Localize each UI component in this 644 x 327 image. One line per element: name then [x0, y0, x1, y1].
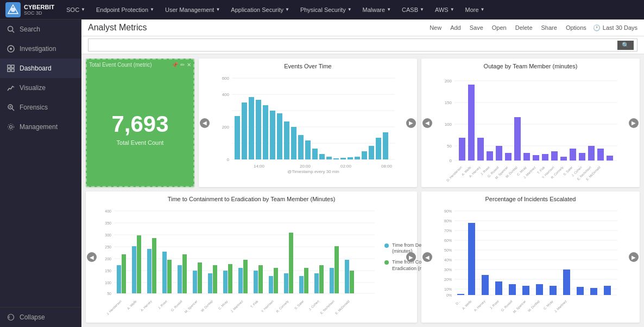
nav-more[interactable]: More ▼	[461, 4, 489, 15]
incidents-chart-svg: 90% 80% 70% 60% 50% 40% 30% 20% 10% 0%	[433, 206, 628, 309]
svg-rect-139	[314, 273, 319, 293]
svg-rect-125	[208, 273, 212, 293]
new-button[interactable]: New	[427, 23, 444, 32]
svg-rect-32	[270, 111, 275, 159]
svg-rect-78	[588, 146, 595, 161]
delete-button[interactable]: Delete	[513, 23, 535, 32]
collapse-button[interactable]: Collapse	[0, 307, 81, 327]
svg-rect-192	[604, 286, 611, 295]
svg-rect-29	[249, 97, 254, 159]
svg-text:A. Harvey: A. Harvey	[473, 299, 486, 312]
metric-value: 7,693	[111, 111, 168, 137]
svg-rect-186	[522, 286, 529, 295]
sidebar-item-management[interactable]: Management	[0, 117, 81, 137]
svg-rect-74	[551, 151, 558, 161]
svg-rect-144	[350, 271, 354, 293]
svg-text:20:00: 20:00	[300, 164, 311, 169]
svg-text:150: 150	[105, 269, 111, 273]
svg-text:14:00: 14:00	[254, 164, 265, 169]
share-button[interactable]: Share	[539, 23, 559, 32]
svg-rect-30	[256, 100, 261, 159]
outage-chart-svg: 200 150 100 50 0	[433, 73, 628, 173]
incidents-nav-right[interactable]: ▶	[629, 252, 639, 262]
sidebar-item-forensics[interactable]: Forensics	[0, 98, 81, 117]
svg-text:02:00: 02:00	[340, 164, 352, 169]
top-navigation: CYBERBIT SOC 3D SOC ▼ Endpoint Protectio…	[0, 0, 644, 20]
containment-nav-left[interactable]: ◀	[87, 252, 97, 262]
svg-rect-37	[305, 140, 311, 159]
incidents-nav-left[interactable]: ◀	[422, 252, 432, 262]
dashboard-grid: Total Event Count (metric) 📌 ✏ ✕ 7,693 T…	[81, 54, 644, 327]
svg-rect-44	[355, 157, 360, 159]
svg-rect-188	[550, 286, 557, 295]
nav-user-mgmt[interactable]: User Management ▼	[161, 4, 224, 15]
containment-chart-svg: 400 350 300 250 200 150 100 50	[98, 206, 380, 309]
svg-rect-140	[319, 265, 324, 293]
svg-text:50: 50	[107, 292, 111, 296]
time-range[interactable]: 🕐 Last 30 Days	[593, 24, 637, 31]
sidebar-item-investigation[interactable]: Investigation	[0, 39, 81, 59]
nav-malware[interactable]: Malware ▼	[358, 4, 396, 15]
svg-rect-9	[11, 69, 14, 72]
svg-text:E. Nicholson: E. Nicholson	[320, 299, 335, 315]
open-button[interactable]: Open	[490, 23, 509, 32]
time-range-label: Last 30 Days	[603, 24, 637, 31]
svg-text:W. Dunlap: W. Dunlap	[527, 299, 540, 312]
metric-ctrl-close[interactable]: ✕	[187, 62, 191, 68]
svg-rect-38	[312, 149, 318, 159]
metric-widget: Total Event Count (metric) 📌 ✏ ✕ 7,693 T…	[86, 59, 194, 187]
svg-text:0: 0	[450, 158, 452, 163]
sidebar-item-dashboard[interactable]: Dashboard	[0, 59, 81, 78]
logo: CYBERBIT SOC 3D	[5, 2, 54, 17]
events-over-time-widget: ◀ ▶ Events Over Time 600 400 200 0	[199, 59, 417, 187]
svg-rect-132	[258, 265, 263, 293]
svg-text:J. Martinez: J. Martinez	[230, 299, 244, 313]
svg-rect-66	[477, 138, 484, 161]
svg-text:D. Henderson: D. Henderson	[446, 165, 462, 182]
events-nav-left[interactable]: ◀	[200, 118, 210, 128]
svg-rect-143	[345, 260, 349, 293]
svg-text:400: 400	[222, 92, 230, 97]
nav-app-sec[interactable]: Application Security ▼	[226, 4, 294, 15]
svg-text:250: 250	[105, 245, 111, 249]
search-icon	[7, 25, 15, 34]
events-nav-right[interactable]: ▶	[406, 118, 416, 128]
svg-text:50: 50	[447, 144, 452, 149]
sidebar-item-search[interactable]: Search	[0, 20, 81, 39]
outage-nav-left[interactable]: ◀	[422, 118, 432, 128]
svg-rect-120	[167, 260, 172, 293]
svg-rect-129	[238, 268, 243, 293]
content-area: Analyst Metrics New Add Save Open Delete…	[81, 20, 644, 327]
svg-rect-42	[340, 158, 346, 159]
sidebar: Search Investigation Dashboard Visualize…	[0, 20, 81, 327]
svg-text:50%: 50%	[444, 248, 452, 252]
svg-rect-141	[330, 268, 334, 293]
logo-text: CYBERBIT	[24, 4, 54, 10]
svg-text:T. Fisk: T. Fisk	[250, 299, 259, 309]
metric-ctrl-pin[interactable]: 📌	[172, 62, 178, 68]
svg-rect-76	[570, 149, 576, 161]
nav-casb[interactable]: CASB ▼	[397, 4, 428, 15]
svg-rect-8	[8, 69, 10, 72]
svg-text:300: 300	[105, 233, 111, 237]
add-button[interactable]: Add	[448, 23, 463, 32]
svg-rect-48	[383, 132, 388, 159]
nav-aws[interactable]: AWS ▼	[431, 4, 459, 15]
metric-ctrl-edit[interactable]: ✏	[180, 62, 185, 68]
svg-rect-119	[162, 252, 167, 293]
metric-widget-title: Total Event Count (metric)	[89, 62, 152, 68]
svg-text:J. Cohen: J. Cohen	[308, 299, 319, 311]
containment-nav-right[interactable]: ▶	[406, 252, 416, 262]
svg-text:80%: 80%	[444, 219, 452, 223]
svg-rect-68	[496, 146, 502, 161]
search-submit-button[interactable]: 🔍	[617, 41, 634, 50]
save-button[interactable]: Save	[468, 23, 485, 32]
nav-physical[interactable]: Physical Security ▼	[296, 4, 356, 15]
search-input[interactable]	[92, 42, 617, 48]
nav-endpoint[interactable]: Endpoint Protection ▼	[92, 4, 159, 15]
sidebar-item-visualize[interactable]: Visualize	[0, 78, 81, 98]
nav-soc[interactable]: SOC ▼	[62, 4, 90, 15]
options-button[interactable]: Options	[564, 23, 589, 32]
outage-nav-right[interactable]: ▶	[629, 118, 639, 128]
svg-rect-35	[291, 127, 296, 159]
